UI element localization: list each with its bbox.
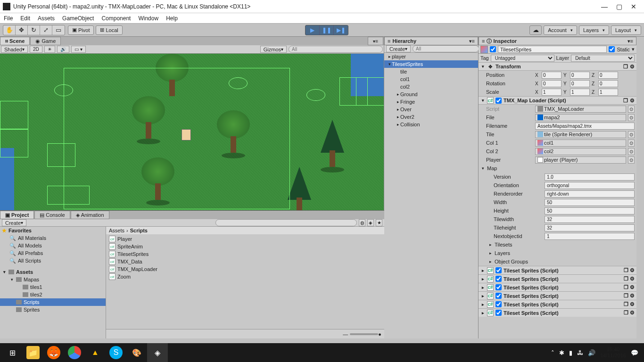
hierarchy-item-ground[interactable]: ▸Ground bbox=[384, 90, 478, 98]
step-button[interactable]: ▶❚ bbox=[334, 25, 348, 35]
map-layers[interactable]: ▸Layers bbox=[479, 249, 636, 257]
hierarchy-item-col1[interactable]: col1 bbox=[384, 75, 478, 83]
minimize-button[interactable]: — bbox=[601, 3, 608, 10]
map-renderorder[interactable] bbox=[545, 190, 635, 197]
tmx-loader-component[interactable]: ▾c# TMX_Map Loader (Script) ❐ ⚙ bbox=[479, 96, 636, 105]
tileset-sprites-component-5[interactable]: ▸c# Tileset Sprites (Script)❐ ⚙ bbox=[479, 308, 636, 317]
hierarchy-item-tile[interactable]: tile bbox=[384, 68, 478, 75]
unity-taskbar-icon[interactable]: ◈ bbox=[147, 343, 168, 362]
file-spriteanim[interactable]: c#SpriteAnim bbox=[107, 243, 383, 250]
rot-x[interactable] bbox=[542, 80, 561, 87]
local-toggle[interactable]: ⊞Local bbox=[96, 25, 122, 35]
tab-scene[interactable]: ⌗Scene bbox=[0, 37, 30, 45]
scl-x[interactable] bbox=[542, 89, 561, 96]
object-name-input[interactable] bbox=[498, 46, 607, 53]
picker-icon[interactable]: ⊙ bbox=[628, 156, 635, 164]
map-version[interactable] bbox=[545, 173, 635, 181]
static-dropdown-icon[interactable]: ▾ bbox=[632, 46, 635, 52]
folder-mapas[interactable]: ▾Mapas bbox=[0, 276, 106, 283]
hand-tool[interactable]: ✋ bbox=[3, 25, 16, 35]
tileset-sprites-component-4[interactable]: ▸c# Tileset Sprites (Script)❐ ⚙ bbox=[479, 300, 636, 308]
favorite-all-materials[interactable]: 🔍All Materials bbox=[0, 234, 106, 242]
map-tileheight[interactable] bbox=[545, 224, 635, 231]
tray-bluetooth-icon[interactable]: ✱ bbox=[559, 349, 564, 356]
menu-window[interactable]: Window bbox=[138, 15, 158, 22]
hierarchy-item-collision[interactable]: ▸Collision bbox=[384, 121, 478, 128]
hierarchy-item-over[interactable]: ▸Over bbox=[384, 106, 478, 113]
map-object-groups[interactable]: ▸Object Groups bbox=[479, 257, 636, 266]
toggle-2d[interactable]: 2D bbox=[30, 46, 42, 53]
favorite-all-prefabs[interactable]: 🔍All Prefabs bbox=[0, 249, 106, 257]
chrome-icon[interactable] bbox=[64, 343, 85, 362]
tray-network-icon[interactable]: 🖧 bbox=[577, 349, 583, 356]
help-icon[interactable]: ❐ bbox=[623, 98, 628, 104]
tileset-sprites-component-3[interactable]: ▸c# Tileset Sprites (Script)❐ ⚙ bbox=[479, 291, 636, 300]
move-tool[interactable]: ✥ bbox=[16, 25, 28, 35]
maximize-button[interactable]: ▢ bbox=[616, 3, 622, 10]
shaded-dropdown[interactable]: Shaded ▾ bbox=[1, 46, 28, 53]
account-dropdown[interactable]: Account bbox=[544, 25, 577, 35]
map-orientation[interactable] bbox=[545, 182, 635, 189]
pos-y[interactable] bbox=[570, 72, 590, 79]
hierarchy-item-player[interactable]: ▸player bbox=[384, 53, 478, 60]
hierarchy-item-col2[interactable]: col2 bbox=[384, 83, 478, 90]
map-nextobjectid[interactable] bbox=[545, 233, 635, 240]
tileset-sprites-component-2[interactable]: ▸c# Tileset Sprites (Script)❐ ⚙ bbox=[479, 283, 636, 291]
help-icon[interactable]: ❐ bbox=[623, 64, 628, 70]
hierarchy-item-over2[interactable]: ▸Over2 bbox=[384, 113, 478, 121]
layers-dropdown[interactable]: Layers bbox=[579, 25, 609, 35]
folder-sprites[interactable]: Sprites bbox=[0, 306, 106, 313]
folder-scripts[interactable]: Scripts bbox=[0, 298, 106, 306]
tab-animation[interactable]: ◈Animation bbox=[71, 211, 109, 219]
pos-x[interactable] bbox=[542, 72, 561, 79]
loader-enabled[interactable] bbox=[495, 98, 502, 104]
layer-select[interactable]: Default bbox=[571, 55, 635, 62]
tray-battery-icon[interactable]: ▮ bbox=[569, 349, 572, 356]
menu-edit[interactable]: Edit bbox=[20, 15, 30, 22]
rot-y[interactable] bbox=[570, 80, 590, 87]
pivot-toggle[interactable]: ▣Pivot bbox=[68, 25, 94, 35]
panel-menu-icon[interactable]: ▾≡ bbox=[368, 37, 383, 45]
firefox-icon[interactable]: 🦊 bbox=[43, 343, 64, 362]
notifications-icon[interactable]: 💬 bbox=[631, 349, 638, 356]
folder-tiles2[interactable]: tiles2 bbox=[0, 291, 106, 298]
lighting-icon[interactable]: ☀ bbox=[44, 46, 55, 53]
tileset-sprites-component-1[interactable]: ▸c# Tileset Sprites (Script)❐ ⚙ bbox=[479, 274, 636, 283]
rot-z[interactable] bbox=[598, 80, 618, 87]
tileset-sprites-component-0[interactable]: ▸c# Tileset Sprites (Script)❐ ⚙ bbox=[479, 266, 636, 274]
scl-y[interactable] bbox=[570, 89, 590, 96]
menu-gameobject[interactable]: GameObject bbox=[62, 15, 94, 22]
map-height[interactable] bbox=[545, 207, 635, 214]
filter-type-icon[interactable]: ◈ bbox=[367, 219, 374, 226]
folder-tiles1[interactable]: tiles1 bbox=[0, 283, 106, 291]
start-button[interactable]: ⊞ bbox=[2, 343, 23, 362]
file-player[interactable]: c#Player bbox=[107, 235, 383, 243]
menu-component[interactable]: Component bbox=[101, 15, 131, 22]
breadcrumb-scripts[interactable]: Scripts bbox=[130, 228, 148, 233]
gear-icon[interactable]: ⚙ bbox=[630, 64, 635, 70]
map-tilewidth[interactable] bbox=[545, 216, 635, 223]
filter-icon[interactable]: ◍ bbox=[359, 219, 365, 226]
zoom-slider[interactable]: —● bbox=[343, 331, 381, 337]
scl-z[interactable] bbox=[598, 89, 618, 96]
static-checkbox[interactable] bbox=[609, 46, 615, 52]
map-width[interactable] bbox=[545, 199, 635, 206]
scene-search[interactable] bbox=[289, 46, 383, 53]
picker-icon[interactable]: ⊙ bbox=[628, 114, 635, 121]
hierarchy-create[interactable]: Create ▾ bbox=[386, 45, 411, 52]
favorite-all-scripts[interactable]: 🔍All Scripts bbox=[0, 257, 106, 264]
hierarchy-search[interactable] bbox=[413, 45, 479, 52]
assets-root[interactable]: ▾Assets bbox=[0, 268, 106, 276]
layout-dropdown[interactable]: Layout bbox=[611, 25, 641, 35]
project-create[interactable]: Create ▾ bbox=[2, 219, 26, 226]
tray-volume-icon[interactable]: 🔊 bbox=[588, 349, 595, 356]
save-filter-icon[interactable]: ★ bbox=[376, 219, 382, 226]
fx-dropdown[interactable]: ▭ ▾ bbox=[71, 46, 86, 53]
taskbar-clock[interactable]: 15:40 14/11/2016 bbox=[600, 346, 626, 359]
transform-component[interactable]: ▾✥ Transform ❐ ⚙ bbox=[479, 62, 636, 71]
active-checkbox[interactable] bbox=[490, 46, 496, 52]
menu-help[interactable]: Help bbox=[166, 15, 178, 22]
hierarchy-item-tilesetsprites[interactable]: ▾TilesetSprites bbox=[384, 60, 478, 68]
play-button[interactable]: ▶ bbox=[305, 25, 320, 35]
favorite-all-models[interactable]: 🔍All Models bbox=[0, 242, 106, 249]
